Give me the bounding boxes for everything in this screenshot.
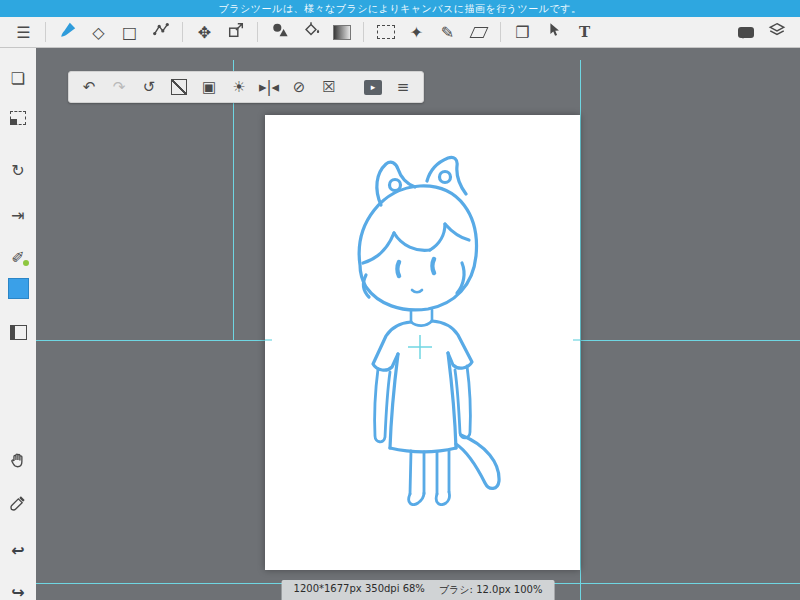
- redo-button[interactable]: ↷: [104, 74, 134, 100]
- tool-hint-banner: ブラシツールは、様々なブラシによりキャンバスに描画を行うツールです。: [0, 0, 800, 17]
- status-bar: 1200*1677px 350dpi 68% ブラシ: 12.0px 100%: [282, 580, 555, 600]
- workspace: ↶ ↷ ↺ ▣ ☀ ▸|◂ ⊘ ☒ ▸ ≡: [36, 48, 800, 600]
- clear-selection-button[interactable]: ☒: [314, 74, 344, 100]
- paste-selection-icon: [10, 111, 26, 125]
- duplicate-canvas-button[interactable]: ❏: [3, 65, 33, 91]
- left-sidebar: ❏ ↻ ⇥ ✐ ↩ ↪: [0, 48, 37, 600]
- rotate-reset-button[interactable]: ↺: [134, 74, 164, 100]
- transform-center-marker: [408, 335, 432, 359]
- canvas-sketch: [265, 115, 580, 570]
- rotate-lock-button[interactable]: ⊘: [284, 74, 314, 100]
- fill-shapes-icon: [271, 21, 289, 43]
- canvas-info: 1200*1677px 350dpi 68%: [294, 583, 425, 597]
- frame-select-button[interactable]: ▣: [194, 74, 224, 100]
- material-icon: ▸: [364, 80, 382, 95]
- divider: [182, 22, 183, 42]
- select-eraser-tool-button[interactable]: [463, 19, 494, 46]
- floating-toolbar: ↶ ↷ ↺ ▣ ☀ ▸|◂ ⊘ ☒ ▸ ≡: [68, 71, 424, 103]
- cursor-icon: [545, 21, 563, 43]
- layers-icon: [768, 21, 786, 43]
- paint-bucket-icon: [302, 21, 320, 43]
- divider: [257, 22, 258, 42]
- hand-tool-button[interactable]: [3, 449, 33, 475]
- rotate-canvas-button[interactable]: ↻: [3, 157, 33, 183]
- undo-button[interactable]: ↩: [3, 537, 33, 563]
- brush-settings-button[interactable]: ✐: [3, 244, 33, 270]
- select-tool-button[interactable]: [370, 19, 401, 46]
- text-tool-button[interactable]: T: [569, 19, 600, 46]
- gradient-icon: [333, 25, 351, 40]
- paste-selection-button[interactable]: [3, 105, 33, 131]
- brightness-select-button[interactable]: ☀: [224, 74, 254, 100]
- hand-icon: [9, 451, 27, 473]
- comment-button[interactable]: [730, 19, 761, 46]
- bucket-tool-button[interactable]: [295, 19, 326, 46]
- eyedropper-tool-button[interactable]: [3, 492, 33, 518]
- layers-button[interactable]: [761, 19, 792, 46]
- redo-button[interactable]: ↪: [3, 579, 33, 600]
- pen-icon: ✐: [3, 244, 33, 270]
- select-eraser-icon: [469, 27, 488, 38]
- toolbar-overflow-menu[interactable]: ≡: [388, 74, 418, 100]
- polyline-icon: [152, 21, 170, 43]
- dot-pen-tool-button[interactable]: [145, 19, 176, 46]
- speech-bubble-icon: [738, 27, 754, 38]
- divider: [363, 22, 364, 42]
- move-tool-button[interactable]: ✥: [189, 19, 220, 46]
- divider: [45, 22, 46, 42]
- color-window-icon: [10, 325, 27, 340]
- no-transform-button[interactable]: [164, 74, 194, 100]
- eyedropper-icon: [9, 494, 27, 516]
- selection-icon: [377, 25, 395, 39]
- transform-icon: [227, 21, 245, 43]
- main-menu-button[interactable]: ☰: [8, 19, 39, 46]
- magic-wand-tool-button[interactable]: ✦: [401, 19, 432, 46]
- flip-horizontal-button[interactable]: ▸|◂: [254, 74, 284, 100]
- divider: [500, 22, 501, 42]
- brush-icon: [59, 21, 77, 43]
- color-swatch-icon: [8, 278, 29, 299]
- green-status-dot: [23, 260, 29, 266]
- drawing-canvas[interactable]: [265, 115, 580, 570]
- gradient-tool-button[interactable]: [326, 19, 357, 46]
- current-color-swatch[interactable]: [3, 275, 33, 301]
- flip-canvas-button[interactable]: ⇥: [3, 202, 33, 228]
- brush-info: ブラシ: 12.0px 100%: [439, 583, 543, 597]
- diagonal-box-icon: [171, 79, 187, 95]
- brush-tool-button[interactable]: [52, 19, 83, 46]
- eraser-tool-button[interactable]: ◇: [83, 19, 114, 46]
- material-panel-button[interactable]: ▸: [358, 74, 388, 100]
- fill-shape-tool-button[interactable]: [264, 19, 295, 46]
- undo-button[interactable]: ↶: [74, 74, 104, 100]
- panels-button[interactable]: ❐: [507, 19, 538, 46]
- color-panel-button[interactable]: [3, 319, 33, 345]
- vertical-guide[interactable]: [580, 60, 581, 600]
- transform-tool-button[interactable]: [220, 19, 251, 46]
- cursor-tool-button[interactable]: [538, 19, 569, 46]
- shape-tool-button[interactable]: □: [114, 19, 145, 46]
- main-toolbar: ☰ ◇ □ ✥ ✦ ✎ ❐: [0, 17, 800, 48]
- select-pen-tool-button[interactable]: ✎: [432, 19, 463, 46]
